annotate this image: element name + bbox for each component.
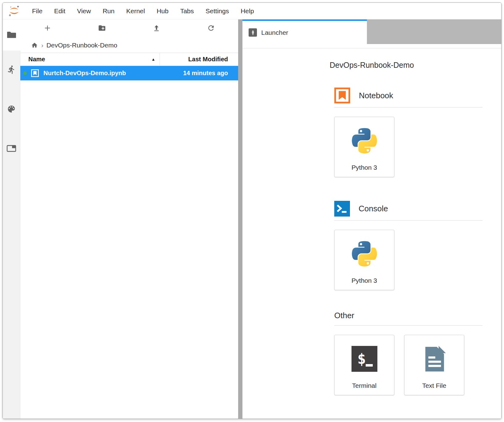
section-divider — [334, 107, 482, 108]
running-man-icon — [7, 65, 16, 75]
tab-bar-gap — [242, 44, 501, 48]
refresh-button[interactable] — [184, 19, 238, 38]
breadcrumb: › DevOps-Runbook-Demo — [20, 38, 238, 53]
activity-bar — [3, 19, 20, 419]
sidebar-tab-command-palette[interactable] — [3, 90, 20, 129]
launcher-card-console-python3[interactable]: Python 3 — [334, 230, 394, 290]
main-dock-panel: Launcher DevOps-Runbook-Demo — [242, 19, 501, 419]
kernel-running-dot — [23, 71, 27, 75]
python-logo-icon — [349, 125, 380, 158]
menu-view[interactable]: View — [71, 7, 97, 15]
new-launcher-button[interactable] — [20, 19, 75, 38]
upload-button[interactable] — [129, 19, 184, 38]
menu-bar: File Edit View Run Kernel Hub Tabs Setti… — [3, 3, 501, 19]
name-column-label: Name — [28, 56, 45, 63]
card-label: Terminal — [352, 382, 376, 395]
svg-text:$: $ — [357, 351, 366, 367]
launcher-section-notebook: Notebook Python 3 — [334, 87, 482, 177]
section-divider — [334, 325, 482, 326]
menu-kernel[interactable]: Kernel — [120, 7, 151, 15]
dock-tab-bar: Launcher — [242, 19, 501, 44]
text-file-icon — [422, 345, 447, 374]
card-label: Text File — [422, 382, 446, 395]
file-name: Nurtch-DevOps-Demo.ipynb — [43, 70, 126, 77]
breadcrumb-folder[interactable]: DevOps-Runbook-Demo — [47, 42, 117, 49]
plus-icon — [43, 24, 51, 33]
launcher-card-text-file[interactable]: Text File — [404, 335, 464, 395]
menu-hub[interactable]: Hub — [151, 7, 174, 15]
section-label-console: Console — [359, 204, 388, 213]
notebook-file-icon — [31, 69, 39, 77]
launcher-cwd-title: DevOps-Runbook-Demo — [330, 61, 501, 70]
file-browser-toolbar — [20, 19, 238, 38]
refresh-icon — [207, 24, 215, 33]
upload-icon — [152, 24, 161, 33]
notebook-icon — [334, 87, 350, 103]
jupyter-logo-icon — [7, 4, 21, 18]
console-icon — [334, 201, 350, 217]
tab-launcher[interactable]: Launcher — [242, 19, 367, 44]
file-row-selected[interactable]: Nurtch-DevOps-Demo.ipynb 14 minutes ago — [20, 66, 238, 80]
menu-file[interactable]: File — [26, 7, 48, 15]
new-folder-button[interactable] — [75, 19, 129, 38]
section-label-notebook: Notebook — [359, 91, 393, 100]
sort-ascending-icon: ▲ — [151, 57, 155, 62]
section-label-other: Other — [334, 311, 354, 320]
palette-icon — [7, 104, 16, 115]
launcher-panel: DevOps-Runbook-Demo Notebook — [242, 48, 501, 419]
panel-splitter[interactable] — [238, 19, 242, 419]
column-header-last-modified[interactable]: Last Modified — [160, 53, 238, 66]
menu-settings[interactable]: Settings — [200, 7, 235, 15]
menu-run[interactable]: Run — [97, 7, 120, 15]
launcher-section-other: Other $ — [334, 310, 482, 395]
terminal-icon: $ — [352, 346, 377, 373]
menu-edit[interactable]: Edit — [48, 7, 71, 15]
last-modified-column-label: Last Modified — [188, 56, 228, 63]
folder-icon — [7, 30, 16, 40]
sidebar-tab-open-tabs[interactable] — [3, 129, 20, 169]
launcher-card-notebook-python3[interactable]: Python 3 — [334, 117, 394, 177]
column-header-name[interactable]: Name ▲ — [20, 53, 160, 66]
section-divider — [334, 220, 482, 221]
new-folder-icon — [98, 24, 106, 33]
menu-tabs[interactable]: Tabs — [174, 7, 200, 15]
launcher-section-console: Console Python 3 — [334, 201, 482, 290]
card-label: Python 3 — [352, 277, 377, 290]
sidebar-tab-file-browser[interactable] — [3, 19, 20, 51]
home-icon[interactable] — [31, 42, 38, 49]
tabs-window-icon — [6, 144, 16, 154]
launcher-card-terminal[interactable]: $ Terminal — [334, 335, 394, 395]
card-label: Python 3 — [352, 164, 377, 177]
python-logo-icon — [349, 238, 380, 271]
file-last-modified: 14 minutes ago — [160, 70, 238, 77]
launcher-rocket-icon — [249, 28, 257, 37]
file-list-header: Name ▲ Last Modified — [20, 53, 238, 66]
breadcrumb-separator: › — [41, 42, 43, 49]
menu-help[interactable]: Help — [235, 7, 260, 15]
file-browser-panel: › DevOps-Runbook-Demo Name ▲ Last Modifi… — [20, 19, 238, 419]
jupyterlab-window: File Edit View Run Kernel Hub Tabs Setti… — [2, 2, 502, 419]
sidebar-tab-running-sessions[interactable] — [3, 51, 20, 90]
tab-launcher-label: Launcher — [261, 29, 288, 36]
